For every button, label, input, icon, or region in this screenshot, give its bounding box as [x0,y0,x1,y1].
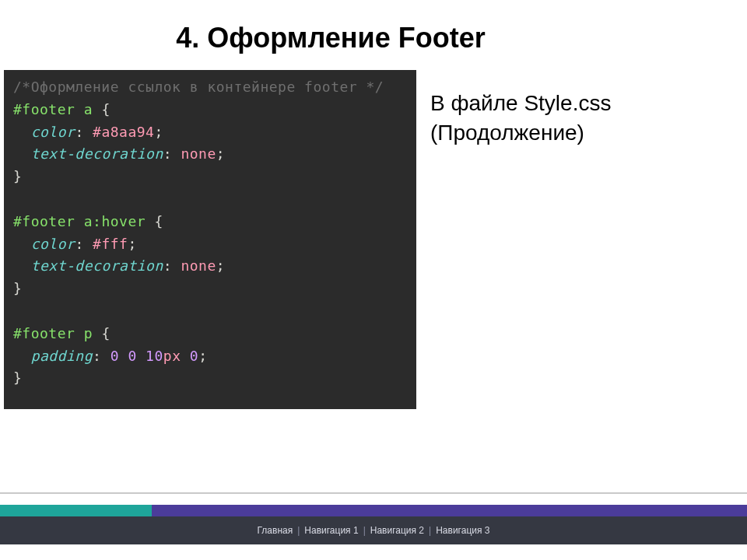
code-property: color [31,124,75,140]
teal-segment [0,505,152,516]
code-comment: /*Оформление ссылок в контейнере footer … [13,79,384,95]
nav-separator-icon: | [429,525,431,536]
brace-close-icon: } [13,168,22,184]
css-code-block: /*Оформление ссылок в контейнере footer … [4,70,416,409]
footer-nav-link[interactable]: Главная [258,525,293,536]
side-annotation: В файле Style.css (Продолжение) [416,70,611,148]
code-selector: #footer a [13,101,93,117]
semicolon-icon: ; [154,124,163,140]
indent-guide-icon [13,145,31,162]
semicolon-icon: ; [198,348,207,364]
code-number: 0 [190,348,198,364]
code-property: color [31,236,75,252]
footer-nav-link[interactable]: Навигация 2 [370,525,424,536]
indent-guide-icon [13,124,31,140]
code-number: 0 [128,348,136,364]
footer-nav-link[interactable]: Навигация 3 [436,525,489,536]
nav-separator-icon: | [363,525,366,536]
brace-close-icon: } [13,280,22,296]
semicolon-icon: ; [216,257,225,274]
code-property: text-decoration [31,257,163,274]
slide-title: 4. Оформление Footer [0,0,545,70]
colon-icon: : [93,348,110,364]
colon-icon: : [163,145,181,162]
code-selector: #footer p [13,325,93,341]
indent-guide-icon [13,348,31,364]
code-value: none [181,257,216,274]
code-number: 0 [110,348,119,364]
code-property: text-decoration [31,145,163,162]
color-stripe [0,505,747,516]
code-selector: #footer a [13,213,93,229]
colon-icon: : [163,257,181,274]
colon-icon: : [75,124,93,140]
brace-open-icon: { [146,213,163,229]
indent-guide-icon [13,257,31,274]
code-unit: px [163,348,181,364]
code-number: 10 [146,348,163,364]
footer-nav: Главная | Навигация 1 | Навигация 2 | На… [0,516,747,544]
side-line-2: (Продолжение) [430,118,611,148]
divider-line [0,492,747,494]
semicolon-icon: ; [216,145,225,162]
code-value: #fff [93,236,128,252]
code-property: padding [31,348,93,364]
colon-icon: : [75,236,93,252]
side-line-1: В файле Style.css [430,89,611,118]
code-value: #a8aa94 [93,124,154,140]
brace-open-icon: { [93,101,110,117]
bottom-area: Главная | Навигация 1 | Навигация 2 | На… [0,492,747,544]
code-pseudo: :hover [93,213,146,229]
brace-open-icon: { [93,325,110,341]
code-value: none [181,145,216,162]
brace-close-icon: } [13,369,22,386]
nav-separator-icon: | [297,525,300,536]
purple-segment [152,505,747,516]
semicolon-icon: ; [128,236,136,252]
content-row: /*Оформление ссылок в контейнере footer … [0,70,747,409]
indent-guide-icon [13,236,31,252]
footer-nav-link[interactable]: Навигация 1 [304,525,358,536]
